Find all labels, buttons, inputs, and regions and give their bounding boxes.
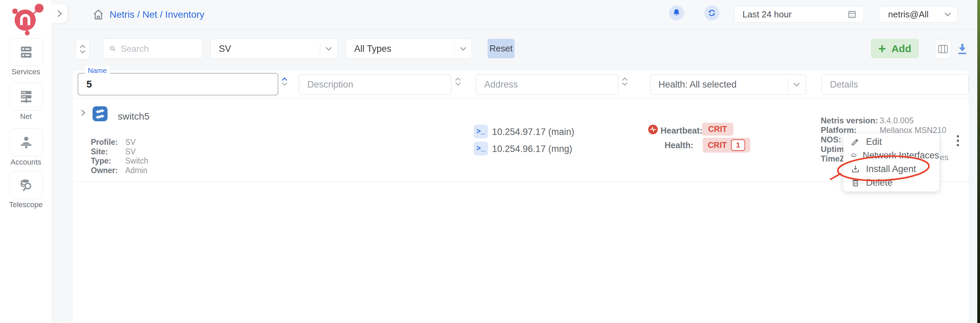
sort-address-button[interactable] [621, 77, 628, 86]
refresh-button[interactable] [705, 5, 719, 21]
name-column-label: Name [85, 66, 110, 75]
menu-item-delete[interactable]: Delete [843, 176, 939, 189]
description-filter-input[interactable] [299, 79, 451, 90]
sort-down-icon [621, 82, 628, 86]
info-label: Owner: [91, 166, 118, 175]
tenant-value: netris@All [888, 9, 929, 20]
add-button[interactable]: + Add [871, 39, 919, 58]
export-button[interactable] [955, 40, 970, 58]
netris-logo [4, 1, 46, 36]
sidebar-label-net: Net [0, 112, 52, 121]
select-divider [788, 78, 788, 91]
services-icon [18, 44, 34, 60]
address-filter-field [476, 74, 618, 95]
sidebar-expand-button[interactable] [52, 4, 67, 23]
type-filter-select[interactable]: All Types [346, 38, 472, 59]
search-box [103, 38, 203, 59]
install-agent-icon [851, 164, 860, 174]
device-name[interactable]: switch5 [118, 111, 150, 122]
screen-edge-strip [977, 0, 980, 323]
description-filter-field [299, 74, 451, 95]
health-label: Health: [665, 141, 694, 150]
time-range-value: Last 24 hour [743, 9, 792, 20]
sidebar-label-services: Services [0, 67, 52, 76]
reset-button[interactable]: Reset [488, 39, 514, 58]
net-icon [18, 89, 34, 105]
row-expand-button[interactable] [80, 108, 86, 118]
inventory-table-card [73, 70, 969, 323]
menu-item-install-agent[interactable]: Install Agent [843, 162, 939, 176]
chevron-down-icon [460, 46, 467, 51]
heartbeat-icon [648, 125, 658, 134]
sort-down-icon [281, 82, 288, 86]
info-label: Type: [91, 157, 111, 166]
info-label: Profile: [91, 138, 118, 147]
sidebar-item-telescope[interactable] [10, 171, 43, 199]
health-filter-select[interactable]: Health: All selected [650, 74, 806, 95]
select-divider [454, 43, 455, 55]
plus-icon: + [878, 42, 886, 55]
info-value: Switch [125, 157, 148, 166]
sort-down-icon [455, 82, 461, 86]
details-filter-input[interactable] [822, 79, 969, 90]
menu-item-edit[interactable]: Edit [843, 135, 939, 149]
row-actions-button[interactable] [953, 133, 963, 150]
search-input[interactable] [117, 43, 202, 54]
detail-label: Netris version: [821, 116, 878, 125]
type-filter-value: All Types [354, 43, 391, 54]
chevron-up-icon [80, 45, 86, 48]
sidebar-item-net[interactable] [10, 83, 43, 111]
expand-rows-button[interactable] [76, 39, 90, 59]
info-value: SV [125, 138, 136, 147]
switch-icon [92, 106, 108, 121]
site-filter-select[interactable]: SV [210, 38, 337, 59]
name-filter-field [78, 73, 278, 95]
health-filter-value: Health: All selected [659, 79, 737, 90]
sort-up-icon [455, 77, 461, 81]
sidebar-item-accounts[interactable] [10, 128, 43, 157]
sort-up-icon [281, 77, 288, 81]
address-mng: 10.254.96.17 (mng) [492, 144, 572, 154]
detail-label: Uptim [821, 144, 844, 154]
notifications-button[interactable] [669, 5, 684, 21]
detail-value-fragment: es [940, 153, 948, 162]
chevron-right-icon [56, 9, 63, 18]
detail-label: TimeZ [821, 154, 845, 163]
time-range-picker[interactable]: Last 24 hour [734, 6, 864, 22]
sidebar-label-accounts: Accounts [0, 158, 52, 166]
columns-button[interactable] [935, 40, 951, 59]
sort-name-button[interactable] [281, 77, 288, 86]
pencil-icon [851, 137, 860, 147]
chevron-down-icon [793, 82, 800, 87]
sidebar-item-services[interactable] [10, 38, 43, 66]
home-icon[interactable] [92, 8, 105, 21]
download-icon [956, 42, 969, 56]
tenant-select[interactable]: netris@All [879, 6, 958, 22]
breadcrumb[interactable]: Netris / Net / Inventory [110, 0, 205, 29]
heartbeat-label: Heartbeat: [660, 126, 703, 136]
health-status-badge[interactable]: CRIT 1 [703, 138, 750, 153]
info-label: Site: [91, 147, 108, 157]
row-divider [73, 181, 969, 182]
info-value: SV [125, 147, 136, 157]
terminal-icon[interactable]: >_ [474, 142, 488, 155]
menu-item-network-interfaces[interactable]: Network Interfaces [843, 149, 939, 162]
health-count: 1 [731, 139, 745, 151]
details-filter-field [821, 74, 969, 95]
sort-up-icon [621, 77, 628, 81]
chevron-down-icon [80, 50, 86, 53]
health-status-text: CRIT [708, 141, 727, 150]
name-filter-input[interactable] [78, 79, 278, 90]
detail-label: NOS: [821, 135, 841, 144]
select-divider [320, 43, 320, 55]
chevron-down-icon [944, 12, 951, 17]
info-value: Admin [125, 166, 147, 175]
bell-icon [672, 8, 681, 18]
telescope-icon [18, 177, 34, 193]
columns-icon [938, 45, 948, 53]
calendar-icon [847, 10, 857, 19]
address-filter-input[interactable] [476, 79, 618, 90]
terminal-icon[interactable]: >_ [474, 125, 488, 138]
refresh-icon [708, 8, 716, 18]
sort-description-button[interactable] [455, 77, 461, 86]
